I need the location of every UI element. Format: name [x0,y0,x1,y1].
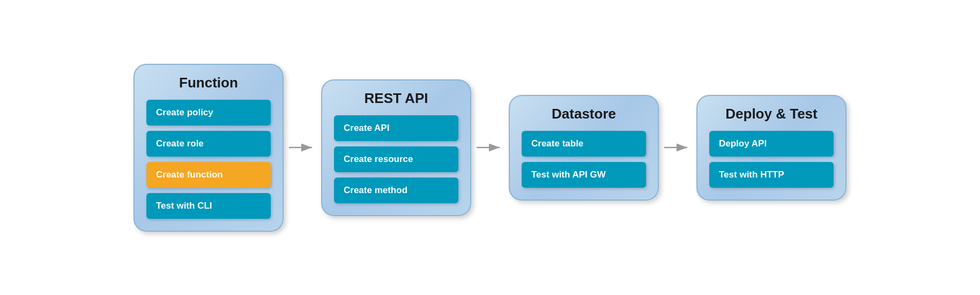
group-rest-api: REST APICreate APICreate resourceCreate … [321,79,471,216]
group-title-datastore: Datastore [522,106,646,122]
btn-create-policy[interactable]: Create policy [146,100,271,126]
btn-test-http[interactable]: Test with HTTP [709,162,834,188]
arrow-1 [284,137,321,158]
group-box-rest-api: REST APICreate APICreate resourceCreate … [321,79,471,216]
group-title-rest-api: REST API [334,90,458,107]
btn-create-resource[interactable]: Create resource [334,146,458,172]
arrow-2 [471,137,509,158]
group-function: FunctionCreate policyCreate roleCreate f… [133,64,284,232]
btn-create-table[interactable]: Create table [522,131,646,157]
btn-create-method[interactable]: Create method [334,178,458,203]
btn-test-cli[interactable]: Test with CLI [146,193,271,219]
btn-create-function[interactable]: Create function [146,162,271,188]
arrow-3 [659,137,696,158]
group-box-function: FunctionCreate policyCreate roleCreate f… [133,64,284,232]
btn-create-api[interactable]: Create API [334,115,458,141]
group-box-deploy-test: Deploy & TestDeploy APITest with HTTP [696,95,847,201]
group-title-function: Function [146,75,271,91]
group-deploy-test: Deploy & TestDeploy APITest with HTTP [696,95,847,201]
group-datastore: DatastoreCreate tableTest with API GW [509,95,659,201]
btn-create-role[interactable]: Create role [146,131,271,157]
btn-deploy-api[interactable]: Deploy API [709,131,834,157]
diagram: FunctionCreate policyCreate roleCreate f… [112,53,868,242]
btn-test-api-gw[interactable]: Test with API GW [522,162,646,188]
group-title-deploy-test: Deploy & Test [709,106,834,122]
group-box-datastore: DatastoreCreate tableTest with API GW [509,95,659,201]
